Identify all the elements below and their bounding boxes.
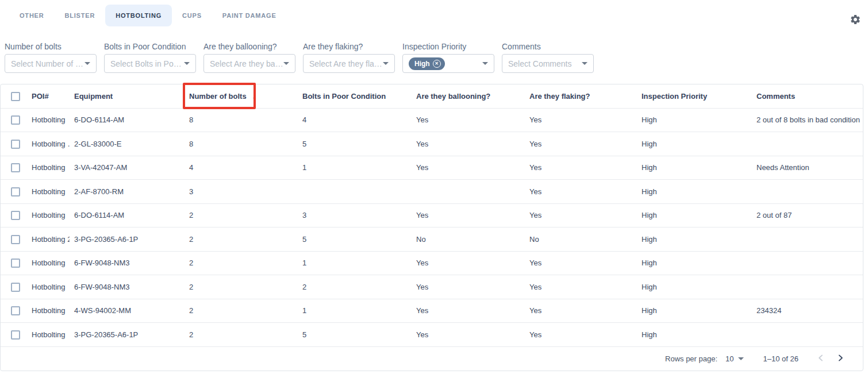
- cell-flaking: Yes: [525, 251, 637, 275]
- row-checkbox[interactable]: [11, 211, 20, 220]
- cell-poor-condition: 5: [298, 323, 412, 347]
- cell-comments: 2 out of 8 bolts in bad condition: [752, 108, 863, 132]
- filter-label: Inspection Priority: [402, 42, 494, 51]
- priority-chip-high[interactable]: High ✕: [409, 57, 445, 70]
- cell-flaking: Yes: [525, 299, 637, 323]
- column-header-ballooning[interactable]: Are they ballooning?: [412, 84, 525, 108]
- sort-descending-icon: ↓: [252, 91, 256, 101]
- cell-priority: High: [637, 132, 752, 156]
- rows-per-page-value: 10: [725, 354, 733, 363]
- column-header-priority[interactable]: Inspection Priority: [637, 84, 752, 108]
- cell-priority: High: [637, 108, 752, 132]
- flaking-select[interactable]: Select Are they fla…: [303, 54, 395, 73]
- tab-cups[interactable]: CUPS: [172, 5, 212, 26]
- row-checkbox[interactable]: [11, 187, 20, 196]
- cell-number-of-bolts: 2: [185, 299, 298, 323]
- cell-comments: Needs Attention: [752, 156, 863, 180]
- filter-bar: Number of bolts Select Number of … Bolts…: [5, 42, 868, 73]
- filter-label: Comments: [502, 42, 594, 51]
- cell-number-of-bolts: 2: [185, 275, 298, 299]
- row-checkbox[interactable]: [11, 283, 20, 292]
- cell-priority: High: [637, 228, 752, 252]
- tab-blister[interactable]: BLISTER: [55, 5, 106, 26]
- previous-page-button[interactable]: [811, 349, 831, 369]
- cell-equipment: 2-GL-83000-E: [70, 132, 185, 156]
- filter-number-of-bolts: Number of bolts Select Number of …: [5, 42, 97, 73]
- table-row[interactable]: Hotbolting 6-DO-6114-AM 2 3 Yes Yes High…: [1, 203, 863, 228]
- column-header-label: Number of bolts: [189, 92, 247, 101]
- number-of-bolts-select[interactable]: Select Number of …: [5, 54, 97, 73]
- table-row[interactable]: Hotbolting 4-WS-94002-MM 2 1 Yes Yes Hig…: [1, 299, 863, 323]
- cell-poi: Hotbolting 2: [27, 228, 70, 252]
- filter-label: Number of bolts: [5, 42, 97, 51]
- cell-comments: [752, 275, 863, 299]
- column-header-poor-condition[interactable]: Bolts in Poor Condition: [298, 84, 412, 108]
- cell-poor-condition: 1: [298, 156, 412, 180]
- row-checkbox[interactable]: [11, 140, 20, 149]
- select-all-checkbox[interactable]: [11, 92, 20, 101]
- cell-number-of-bolts: 2: [185, 323, 298, 347]
- gear-icon: [850, 17, 861, 27]
- column-header-flaking[interactable]: Are they flaking?: [525, 84, 637, 108]
- filter-comments: Comments Select Comments: [502, 42, 594, 73]
- comments-select[interactable]: Select Comments: [502, 54, 594, 73]
- tab-bar: OTHER BLISTER HOTBOLTING CUPS PAINT DAMA…: [0, 0, 868, 26]
- next-page-button[interactable]: [831, 349, 850, 369]
- cell-flaking: Yes: [525, 180, 637, 204]
- column-header-poi[interactable]: POI#: [27, 84, 70, 108]
- row-checkbox[interactable]: [11, 163, 20, 172]
- cell-priority: High: [637, 180, 752, 204]
- table-row[interactable]: Hotbolting 2 3-PG-20365-A6-1P 2 5 No No …: [1, 228, 863, 252]
- cell-ballooning: Yes: [412, 299, 525, 323]
- column-header-equipment[interactable]: Equipment: [70, 84, 185, 108]
- cell-poor-condition: 1: [298, 251, 412, 275]
- cell-poor-condition: 5: [298, 228, 412, 252]
- cell-priority: High: [637, 299, 752, 323]
- select-placeholder: Select Are they fla…: [309, 59, 383, 68]
- row-checkbox[interactable]: [11, 259, 20, 268]
- table-row[interactable]: Hotbolting 3-PG-20365-A6-1P 2 5 Yes Yes …: [1, 323, 863, 347]
- cell-poi: Hotbolting: [27, 323, 70, 347]
- table-row[interactable]: Hotbolting 6-FW-9048-NM3 2 2 Yes Yes Hig…: [1, 275, 863, 299]
- chip-label: High: [414, 60, 430, 68]
- row-checkbox[interactable]: [11, 330, 20, 340]
- cell-equipment: 6-DO-6114-AM: [70, 108, 185, 132]
- column-header-number-of-bolts[interactable]: Number of bolts ↓: [185, 84, 298, 108]
- row-checkbox[interactable]: [11, 115, 20, 125]
- cell-priority: High: [637, 275, 752, 299]
- ballooning-select[interactable]: Select Are they ba…: [203, 54, 295, 73]
- cell-flaking: Yes: [525, 108, 637, 132]
- table-row[interactable]: Hotbolting 2-AF-8700-RM 3 Yes High: [1, 180, 863, 204]
- tab-paint-damage[interactable]: PAINT DAMAGE: [212, 5, 287, 26]
- table-row[interactable]: Hotbolting 3-VA-42047-AM 4 1 Yes Yes Hig…: [1, 156, 863, 180]
- tab-hotbolting[interactable]: HOTBOLTING: [105, 5, 172, 26]
- rows-per-page-select[interactable]: 10: [725, 354, 743, 363]
- settings-gear-button[interactable]: [850, 14, 861, 25]
- bolts-in-poor-condition-select[interactable]: Select Bolts in Po…: [104, 54, 196, 73]
- cell-poi: Hotbolting: [27, 203, 70, 228]
- column-header-comments[interactable]: Comments: [752, 84, 863, 108]
- cell-poi: Hotbolting …: [27, 132, 70, 156]
- table-row[interactable]: Hotbolting 6-FW-9048-NM3 2 1 Yes Yes Hig…: [1, 251, 863, 275]
- table-row[interactable]: Hotbolting … 2-GL-83000-E 8 5 Yes Yes Hi…: [1, 132, 863, 156]
- inspection-priority-select[interactable]: High ✕: [402, 54, 494, 73]
- cell-number-of-bolts: 4: [185, 156, 298, 180]
- chevron-left-icon: [815, 352, 827, 365]
- cell-equipment: 3-PG-20365-A6-1P: [70, 228, 185, 252]
- tab-other[interactable]: OTHER: [9, 5, 55, 26]
- filter-label: Are they flaking?: [303, 42, 395, 51]
- row-checkbox[interactable]: [11, 235, 20, 244]
- cell-equipment: 3-VA-42047-AM: [70, 156, 185, 180]
- cell-comments: [752, 180, 863, 204]
- pagination-bar: Rows per page: 10 1–10 of 26: [1, 346, 863, 371]
- table-row[interactable]: Hotbolting 6-DO-6114-AM 8 4 Yes Yes High…: [1, 108, 863, 132]
- cell-flaking: Yes: [525, 132, 637, 156]
- cell-flaking: Yes: [525, 156, 637, 180]
- results-table: POI# Equipment Number of bolts ↓ Bolts i…: [1, 84, 863, 346]
- chip-remove-icon[interactable]: ✕: [433, 60, 441, 68]
- filter-bolts-in-poor-condition: Bolts in Poor Condition Select Bolts in …: [104, 42, 196, 73]
- cell-flaking: Yes: [525, 203, 637, 228]
- cell-poor-condition: 2: [298, 275, 412, 299]
- row-checkbox[interactable]: [11, 306, 20, 315]
- cell-ballooning: Yes: [412, 156, 525, 180]
